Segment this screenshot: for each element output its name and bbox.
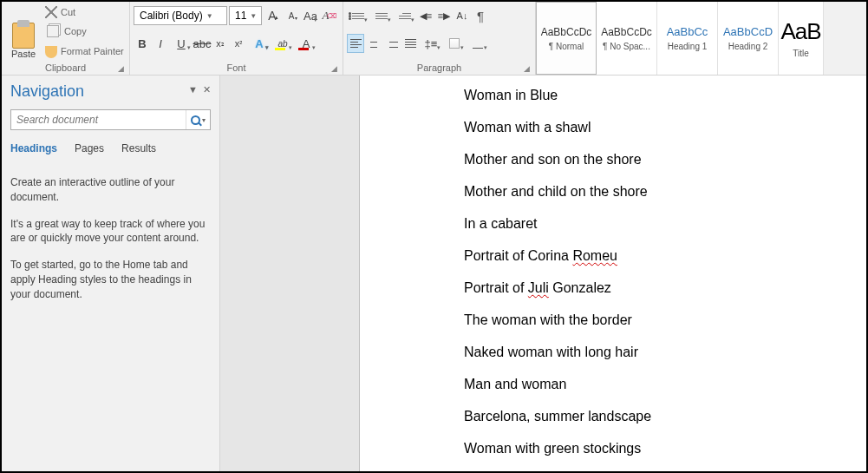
style-label: Title: [793, 49, 809, 58]
line-spacing-button[interactable]: ‡≡▾: [420, 34, 442, 53]
paragraph-launcher-icon[interactable]: ◢: [524, 64, 530, 73]
clipboard-launcher-icon[interactable]: ◢: [118, 64, 124, 73]
copy-label: Copy: [64, 26, 87, 36]
font-size-value: 11: [235, 10, 246, 22]
document-line[interactable]: Mother and son on the shore: [464, 152, 866, 168]
document-line[interactable]: Barcelona, summer landscape: [464, 409, 866, 424]
multilevel-button[interactable]: ▾: [394, 6, 416, 25]
copy-button[interactable]: Copy: [45, 24, 126, 38]
align-center-button[interactable]: [365, 34, 382, 53]
document-line[interactable]: Portrait of Juli Gonzalez: [464, 280, 866, 296]
sort-icon: A↓: [457, 10, 468, 21]
search-button[interactable]: [186, 110, 210, 129]
nav-search: [10, 109, 211, 130]
change-case-button[interactable]: Aa▾: [302, 6, 319, 25]
chevron-down-icon: ▼: [246, 12, 257, 20]
format-painter-button[interactable]: Format Painter: [45, 44, 126, 58]
navigation-pane: Navigation ▼ ✕ Headings Pages Results Cr…: [2, 76, 220, 471]
style-label: ¶ Normal: [549, 42, 584, 51]
nav-close-icon[interactable]: ✕: [203, 84, 211, 95]
nav-dropdown-icon[interactable]: ▼: [188, 84, 198, 95]
paste-icon: [12, 23, 35, 49]
nav-help-text: Create an interactive outline of your do…: [10, 175, 211, 302]
highlight-button[interactable]: ab▾: [271, 34, 294, 53]
align-left-button[interactable]: [347, 34, 364, 53]
tab-headings[interactable]: Headings: [10, 142, 57, 154]
justify-icon: [405, 39, 416, 48]
cut-label: Cut: [61, 7, 75, 17]
strikethrough-button[interactable]: abc: [193, 34, 211, 53]
tab-results[interactable]: Results: [121, 142, 156, 154]
document-line[interactable]: In a cabaret: [464, 216, 866, 232]
style-label: ¶ No Spac...: [603, 42, 650, 51]
indent-icon: ≡▶: [438, 10, 450, 22]
bold-button[interactable]: B: [134, 34, 151, 53]
style-item[interactable]: AaBbCcDHeading 2: [718, 2, 779, 75]
nav-tabs: Headings Pages Results: [10, 142, 211, 154]
borders-icon: [473, 38, 483, 49]
increase-indent-button[interactable]: ≡▶: [435, 6, 453, 25]
cut-icon: [45, 6, 57, 18]
chevron-down-icon: ▼: [203, 12, 213, 20]
underline-button[interactable]: U▾: [170, 34, 193, 53]
search-input[interactable]: [11, 114, 186, 126]
document-line[interactable]: Mother and child on the shore: [464, 184, 866, 200]
document-line[interactable]: Woman in Blue: [464, 88, 866, 103]
style-preview: AaBbCcD: [723, 25, 773, 38]
style-label: Heading 1: [668, 42, 708, 51]
style-item[interactable]: AaBbCcDc¶ No Spac...: [597, 2, 657, 75]
copy-icon: [47, 25, 59, 37]
bullets-button[interactable]: ▾: [347, 6, 369, 25]
format-painter-label: Format Painter: [61, 46, 124, 56]
align-left-icon: [350, 39, 362, 48]
style-item[interactable]: AaBbCcDc¶ Normal: [536, 2, 597, 75]
decrease-indent-button[interactable]: ◀≡: [417, 6, 434, 25]
document-line[interactable]: Man and woman: [464, 377, 866, 392]
justify-button[interactable]: [401, 34, 419, 53]
borders-button[interactable]: ▾: [467, 34, 489, 53]
align-right-icon: [387, 39, 398, 48]
sort-button[interactable]: A↓: [454, 6, 471, 25]
document-line[interactable]: Woman with a shawl: [464, 120, 866, 135]
nav-help-line: It's a great way to keep track of where …: [10, 217, 211, 246]
font-name-select[interactable]: Calibri (Body)▼: [134, 6, 227, 25]
text-effects-button[interactable]: A▾: [248, 34, 271, 53]
paste-button[interactable]: Paste: [5, 3, 42, 61]
style-item[interactable]: AaBbCcHeading 1: [657, 2, 718, 75]
tab-pages[interactable]: Pages: [75, 142, 104, 154]
font-group-label: Font: [226, 62, 245, 73]
shading-button[interactable]: ▾: [443, 34, 466, 53]
italic-button[interactable]: I: [152, 34, 169, 53]
font-color-button[interactable]: A▾: [295, 34, 317, 53]
group-paragraph: ▾ ▾ ▾ ◀≡ ≡▶ A↓ ¶ ‡≡▾ ▾ ▾ Paragraph◢: [343, 2, 536, 75]
group-clipboard: Paste Cut Copy Format Painter Clipboard◢: [2, 2, 130, 75]
document-line[interactable]: Portrait of Corina Romeu: [464, 248, 866, 264]
document-line[interactable]: The woman with the border: [464, 312, 866, 328]
subscript-button[interactable]: x: [212, 34, 229, 53]
align-right-button[interactable]: [383, 34, 401, 53]
style-preview: AaB: [780, 18, 820, 45]
style-item[interactable]: AaBTitle: [779, 2, 824, 75]
document-page[interactable]: Woman in BlueWoman with a shawlMother an…: [359, 76, 866, 471]
brush-icon: [45, 46, 57, 58]
multilevel-icon: [399, 13, 411, 19]
cut-button[interactable]: Cut: [45, 6, 126, 18]
bullets-icon: [352, 13, 364, 19]
main-area: Navigation ▼ ✕ Headings Pages Results Cr…: [2, 76, 866, 471]
shrink-font-button[interactable]: A▾: [283, 6, 300, 25]
grow-font-button[interactable]: A▴: [264, 6, 281, 25]
font-size-select[interactable]: 11▼: [229, 6, 262, 25]
group-font: Calibri (Body)▼ 11▼ A▴ A▾ Aa▾ A⌫ B I U▾ …: [130, 2, 343, 75]
clear-formatting-button[interactable]: A⌫: [321, 6, 338, 25]
numbering-button[interactable]: ▾: [370, 6, 393, 25]
document-line[interactable]: Naked woman with long hair: [464, 345, 866, 360]
document-line[interactable]: Woman with green stockings: [464, 441, 866, 457]
pilcrow-icon: ¶: [477, 9, 484, 23]
show-marks-button[interactable]: ¶: [472, 6, 489, 25]
ribbon: Paste Cut Copy Format Painter Clipboard◢: [2, 2, 866, 76]
paste-label: Paste: [11, 49, 36, 59]
font-launcher-icon[interactable]: ◢: [331, 64, 337, 73]
superscript-button[interactable]: x: [230, 34, 247, 53]
style-preview: AaBbCcDc: [601, 26, 652, 38]
font-name-value: Calibri (Body): [140, 10, 203, 22]
